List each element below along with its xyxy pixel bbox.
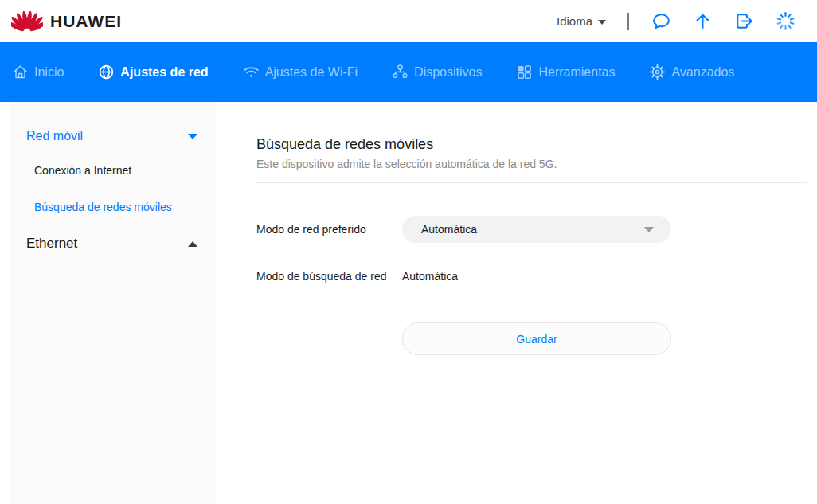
chat-icon[interactable]	[651, 10, 672, 32]
divider	[256, 182, 807, 183]
tab-label: Avanzados	[671, 65, 734, 80]
sidebar-item-conexion-a-internet[interactable]: Conexión a Internet	[10, 164, 217, 177]
home-icon	[11, 63, 29, 81]
huawei-logo-icon	[11, 10, 43, 33]
tab-label: Inicio	[34, 65, 64, 80]
sidebar-section-red-movil[interactable]: Red móvil	[10, 129, 217, 143]
preferred-network-mode-row: Modo de red preferido Automática	[256, 216, 807, 243]
globe-icon	[97, 63, 115, 81]
settings-form: Modo de red preferido Automática Modo de…	[256, 216, 807, 355]
tab-label: Ajustes de red	[120, 65, 208, 80]
network-search-mode-value: Automática	[402, 270, 458, 283]
tab-label: Ajustes de Wi-Fi	[265, 65, 358, 80]
wifi-icon	[242, 63, 260, 81]
content: Red móvil Conexión a Internet Búsqueda d…	[0, 102, 817, 504]
section-label: Red móvil	[26, 129, 83, 143]
upload-arrow-icon[interactable]	[692, 10, 713, 32]
tab-label: Herramientas	[538, 65, 615, 80]
tab-inicio[interactable]: Inicio	[11, 63, 64, 81]
sidebar-section-ethernet[interactable]: Ethernet	[10, 236, 217, 252]
gear-icon	[648, 63, 666, 81]
chevron-down-icon	[188, 134, 197, 139]
sidebar-item-busqueda-de-redes-moviles[interactable]: Búsqueda de redes móviles	[10, 201, 217, 213]
grid-icon	[515, 63, 534, 81]
devices-topology-icon	[391, 63, 409, 81]
main-panel: Búsqueda de redes móviles Este dispositi…	[217, 102, 817, 504]
section-label: Ethernet	[26, 236, 77, 252]
logout-icon[interactable]	[733, 10, 755, 32]
sidebar: Red móvil Conexión a Internet Búsqueda d…	[10, 102, 217, 504]
separator	[627, 13, 629, 30]
preferred-network-mode-label: Modo de red preferido	[256, 223, 402, 236]
chevron-down-icon	[644, 227, 654, 232]
chevron-down-icon	[598, 20, 606, 25]
brand-name: HUAWEI	[50, 12, 122, 31]
tab-dispositivos[interactable]: Dispositivos	[391, 63, 482, 81]
save-button[interactable]: Guardar	[402, 322, 671, 355]
network-search-mode-label: Modo de búsqueda de red	[256, 270, 402, 283]
selected-option: Automática	[421, 223, 477, 236]
tab-avanzados[interactable]: Avanzados	[648, 63, 734, 81]
tab-label: Dispositivos	[414, 65, 482, 80]
preferred-network-mode-select[interactable]: Automática	[402, 216, 671, 243]
tab-ajustes-de-wifi[interactable]: Ajustes de Wi-Fi	[242, 63, 358, 81]
main-nav: Inicio Ajustes de red Ajustes de Wi-Fi D…	[0, 42, 817, 102]
spinner-icon[interactable]	[775, 10, 796, 32]
page-subtitle: Este dispositivo admite la selección aut…	[256, 158, 817, 170]
language-menu[interactable]: Idioma	[557, 14, 606, 28]
topbar-actions: Idioma	[557, 10, 796, 32]
tab-herramientas[interactable]: Herramientas	[515, 63, 615, 81]
chevron-up-icon	[188, 241, 197, 247]
brand: HUAWEI	[11, 10, 122, 33]
page-title: Búsqueda de redes móviles	[256, 135, 817, 153]
tab-ajustes-de-red[interactable]: Ajustes de red	[97, 63, 208, 81]
network-search-mode-row: Modo de búsqueda de red Automática	[256, 268, 807, 284]
topbar: HUAWEI Idioma	[0, 0, 817, 42]
language-label: Idioma	[557, 14, 592, 28]
